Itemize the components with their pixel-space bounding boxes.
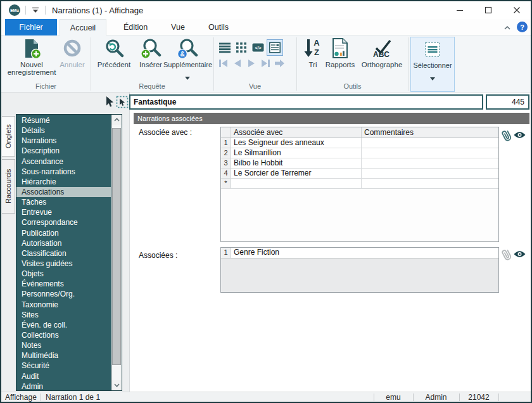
quick-access-customize-icon[interactable] bbox=[31, 6, 40, 14]
sidebar-item[interactable]: Audit bbox=[16, 371, 111, 381]
sidebar-item[interactable]: Correspondance bbox=[16, 217, 111, 227]
scrollbar-thumb[interactable] bbox=[112, 128, 121, 365]
sidebar-item[interactable]: Publication bbox=[16, 228, 111, 238]
commentaires-cell[interactable] bbox=[362, 179, 498, 189]
spelling-button[interactable]: Orthographe bbox=[358, 61, 406, 68]
reports-button[interactable]: Rapports bbox=[320, 61, 360, 68]
sidebar-item[interactable]: Objets bbox=[16, 269, 111, 279]
pointer-cursor-icon[interactable] bbox=[105, 96, 114, 110]
insert-button[interactable]: Insérer bbox=[134, 61, 167, 68]
cancel-icon bbox=[62, 38, 82, 61]
status-record-position: Narration 1 de 1 bbox=[46, 393, 100, 402]
abc-glyph: ABC bbox=[373, 50, 390, 59]
tab-fichier[interactable]: Fichier bbox=[5, 19, 57, 35]
close-button[interactable] bbox=[502, 1, 531, 19]
new-record-label-2: enregistrement bbox=[3, 68, 61, 76]
sidebar-item[interactable]: Personnes/Org. bbox=[16, 289, 111, 299]
collapse-ribbon-icon[interactable] bbox=[503, 23, 513, 32]
view-attachment-eye-icon[interactable] bbox=[513, 131, 526, 142]
emu-logo-text: EMu bbox=[10, 8, 19, 13]
maximize-button[interactable] bbox=[474, 1, 502, 19]
sidebar-item[interactable]: Sous-narrations bbox=[16, 167, 111, 177]
sidebar-item[interactable]: Tâches bbox=[16, 197, 111, 207]
section-header: Narrations associées bbox=[134, 113, 529, 124]
table-row[interactable]: 1 Genre Fiction bbox=[221, 248, 498, 259]
sidebar-item[interactable]: Taxonomie bbox=[16, 300, 111, 310]
sidebar-item[interactable]: Admin bbox=[16, 381, 111, 392]
minimize-button[interactable] bbox=[445, 1, 474, 19]
additional-query-icon[interactable]: & bbox=[177, 38, 198, 62]
scroll-up-button[interactable] bbox=[111, 115, 122, 125]
commentaires-cell[interactable] bbox=[362, 158, 498, 169]
sidebar-item[interactable]: Classification bbox=[16, 248, 111, 259]
table-row[interactable]: 1 Les Seigneur des anneaux bbox=[221, 138, 498, 148]
tab-edition[interactable]: Édition bbox=[118, 19, 153, 35]
associee-avec-column-header[interactable]: Associée avec bbox=[231, 127, 362, 138]
sidebar-item[interactable]: Collections bbox=[16, 330, 111, 340]
select-dropdown-caret-icon[interactable] bbox=[430, 72, 435, 83]
sidebar-tab-onglets[interactable]: Onglets bbox=[2, 116, 15, 157]
insert-icon[interactable] bbox=[140, 38, 162, 62]
attach-icon[interactable] bbox=[501, 129, 512, 145]
reports-icon[interactable] bbox=[331, 37, 349, 61]
code-view-icon[interactable]: </> bbox=[251, 41, 265, 54]
table-row[interactable]: 4 Le Sorcier de Terremer bbox=[221, 169, 498, 179]
sidebar-item[interactable]: Hiérarchie bbox=[16, 177, 111, 187]
details-view-icon[interactable] bbox=[267, 39, 283, 56]
help-button[interactable]: ? bbox=[517, 22, 528, 32]
associee-avec-cell[interactable]: Le Sorcier de Terremer bbox=[231, 169, 362, 179]
commentaires-cell[interactable] bbox=[362, 169, 498, 179]
select-button[interactable]: Sélectionner bbox=[410, 37, 455, 92]
sort-icon[interactable]: A Z bbox=[303, 37, 322, 61]
sidebar-item[interactable]: Entrevue bbox=[16, 207, 111, 217]
grid-view-icon[interactable] bbox=[234, 41, 248, 54]
marquee-select-icon[interactable] bbox=[116, 96, 129, 111]
previous-record-icon bbox=[232, 58, 244, 68]
tab-accueil[interactable]: Accueil bbox=[60, 19, 106, 35]
sidebar-item[interactable]: Sécurité bbox=[16, 361, 111, 371]
associee-avec-cell[interactable]: Bilbo le Hobbit bbox=[231, 158, 362, 169]
additional-dropdown-caret-icon[interactable] bbox=[185, 71, 190, 82]
sidebar-item[interactable]: Événements bbox=[16, 279, 111, 289]
view-attachment-eye-icon[interactable] bbox=[513, 250, 526, 261]
commentaires-cell[interactable] bbox=[362, 148, 498, 158]
sidebar-tab-raccourcis[interactable]: Raccourcis bbox=[2, 159, 15, 214]
sidebar-item[interactable]: Évén. de coll. bbox=[16, 320, 111, 330]
cancel-button: Annuler bbox=[53, 61, 91, 68]
commentaires-column-header[interactable]: Commentaires bbox=[362, 127, 498, 138]
group-label-outils: Outils bbox=[296, 82, 408, 91]
sidebar-item[interactable]: Associations bbox=[16, 187, 111, 197]
new-record-icon[interactable] bbox=[21, 38, 42, 62]
previous-button[interactable]: Précédent bbox=[92, 61, 136, 68]
associee-avec-cell[interactable]: Les Seigneur des anneaux bbox=[231, 138, 362, 148]
new-record-button[interactable]: Nouvel enregistrement bbox=[3, 61, 61, 76]
sidebar-scrollbar[interactable] bbox=[111, 115, 122, 390]
sidebar-item[interactable]: Résumé bbox=[16, 115, 111, 125]
associee-avec-cell[interactable]: Le Silmarillion bbox=[231, 148, 362, 158]
tab-outils[interactable]: Outils bbox=[201, 19, 236, 35]
associee-avec-cell[interactable] bbox=[231, 179, 362, 189]
table-row[interactable]: * bbox=[221, 179, 498, 189]
sidebar-item[interactable]: Notes bbox=[16, 340, 111, 350]
associated-value-cell[interactable]: Genre Fiction bbox=[231, 248, 498, 259]
spelling-icon[interactable]: ABC bbox=[369, 37, 394, 61]
sidebar-item[interactable]: Multimédia bbox=[16, 350, 111, 361]
table-row[interactable]: 2 Le Silmarillion bbox=[221, 148, 498, 158]
scroll-down-button[interactable] bbox=[111, 380, 122, 390]
additional-button[interactable]: Supplémentaire bbox=[163, 61, 212, 68]
titlebar: EMu Narrations (1) - Affichage bbox=[1, 1, 531, 19]
previous-query-icon[interactable] bbox=[103, 38, 125, 62]
table-row[interactable]: 3 Bilbo le Hobbit bbox=[221, 158, 498, 169]
next-record-icon bbox=[246, 58, 258, 68]
sidebar-item[interactable]: Visites guidées bbox=[16, 259, 111, 269]
sidebar-item[interactable]: Détails bbox=[16, 125, 111, 136]
sidebar-item[interactable]: Narrations bbox=[16, 136, 111, 146]
sidebar-item[interactable]: Autorisation bbox=[16, 238, 111, 248]
sidebar-item[interactable]: Sites bbox=[16, 310, 111, 320]
sidebar-tab-list: Résumé Détails Narrations Description As… bbox=[16, 114, 122, 391]
sidebar-item[interactable]: Description bbox=[16, 146, 111, 156]
commentaires-cell[interactable] bbox=[362, 138, 498, 148]
tab-vue[interactable]: Vue bbox=[165, 19, 191, 35]
list-view-icon[interactable] bbox=[218, 41, 232, 54]
sidebar-item[interactable]: Ascendance bbox=[16, 157, 111, 167]
